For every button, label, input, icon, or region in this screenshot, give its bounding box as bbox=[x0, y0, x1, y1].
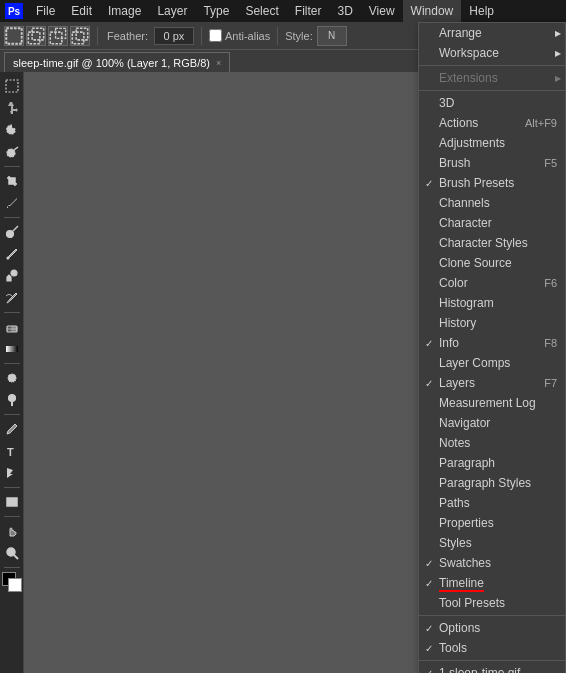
menu-clone-source-label: Clone Source bbox=[439, 256, 512, 270]
options-check: ✓ bbox=[425, 623, 433, 634]
menu-1-sleep-time-label: 1 sleep-time.gif bbox=[439, 666, 520, 673]
menu-navigator[interactable]: Navigator bbox=[419, 413, 565, 433]
menu-arrange-label: Arrange bbox=[439, 26, 482, 40]
layers-check: ✓ bbox=[425, 378, 433, 389]
menu-swatches-label: Swatches bbox=[439, 556, 491, 570]
menu-character-styles-label: Character Styles bbox=[439, 236, 528, 250]
tools-check: ✓ bbox=[425, 643, 433, 654]
timeline-check: ✓ bbox=[425, 578, 433, 589]
menu-layers-shortcut: F7 bbox=[544, 377, 557, 389]
menu-character-label: Character bbox=[439, 216, 492, 230]
menu-sep-1 bbox=[419, 65, 565, 66]
menu-histogram-label: Histogram bbox=[439, 296, 494, 310]
menu-options[interactable]: ✓ Options bbox=[419, 618, 565, 638]
menu-paragraph[interactable]: Paragraph bbox=[419, 453, 565, 473]
menu-brush-presets[interactable]: ✓ Brush Presets bbox=[419, 173, 565, 193]
menu-brush-presets-label: Brush Presets bbox=[439, 176, 514, 190]
menu-adjustments-label: Adjustments bbox=[439, 136, 505, 150]
menu-brush[interactable]: Brush F5 bbox=[419, 153, 565, 173]
swatches-check: ✓ bbox=[425, 558, 433, 569]
menu-actions-label: Actions bbox=[439, 116, 478, 130]
menu-info[interactable]: ✓ Info F8 bbox=[419, 333, 565, 353]
menu-tool-presets-label: Tool Presets bbox=[439, 596, 505, 610]
menu-info-label: Info bbox=[439, 336, 459, 350]
menu-layers-label: Layers bbox=[439, 376, 475, 390]
menu-notes-label: Notes bbox=[439, 436, 470, 450]
menu-clone-source[interactable]: Clone Source bbox=[419, 253, 565, 273]
info-check: ✓ bbox=[425, 338, 433, 349]
menu-workspace[interactable]: Workspace bbox=[419, 43, 565, 63]
menu-overlay[interactable]: Arrange Workspace Extensions 3D Actions … bbox=[0, 0, 566, 673]
menu-tools-label: Tools bbox=[439, 641, 467, 655]
menu-extensions[interactable]: Extensions bbox=[419, 68, 565, 88]
window-dropdown-menu: Arrange Workspace Extensions 3D Actions … bbox=[418, 22, 566, 673]
menu-actions[interactable]: Actions Alt+F9 bbox=[419, 113, 565, 133]
menu-properties-label: Properties bbox=[439, 516, 494, 530]
menu-color-label: Color bbox=[439, 276, 468, 290]
menu-paragraph-styles[interactable]: Paragraph Styles bbox=[419, 473, 565, 493]
menu-color-shortcut: F6 bbox=[544, 277, 557, 289]
menu-layer-comps[interactable]: Layer Comps bbox=[419, 353, 565, 373]
menu-history[interactable]: History bbox=[419, 313, 565, 333]
menu-character-styles[interactable]: Character Styles bbox=[419, 233, 565, 253]
menu-channels-label: Channels bbox=[439, 196, 490, 210]
menu-3d[interactable]: 3D bbox=[419, 93, 565, 113]
menu-character[interactable]: Character bbox=[419, 213, 565, 233]
menu-paths[interactable]: Paths bbox=[419, 493, 565, 513]
menu-tools[interactable]: ✓ Tools bbox=[419, 638, 565, 658]
menu-histogram[interactable]: Histogram bbox=[419, 293, 565, 313]
menu-paragraph-styles-label: Paragraph Styles bbox=[439, 476, 531, 490]
menu-brush-shortcut: F5 bbox=[544, 157, 557, 169]
menu-tool-presets[interactable]: Tool Presets bbox=[419, 593, 565, 613]
menu-arrange[interactable]: Arrange bbox=[419, 23, 565, 43]
menu-options-label: Options bbox=[439, 621, 480, 635]
menu-measurement-log-label: Measurement Log bbox=[439, 396, 536, 410]
menu-3d-label: 3D bbox=[439, 96, 454, 110]
menu-layer-comps-label: Layer Comps bbox=[439, 356, 510, 370]
menu-sep-3 bbox=[419, 615, 565, 616]
menu-swatches[interactable]: ✓ Swatches bbox=[419, 553, 565, 573]
menu-timeline-label: Timeline bbox=[439, 576, 484, 590]
menu-channels[interactable]: Channels bbox=[419, 193, 565, 213]
menu-paths-label: Paths bbox=[439, 496, 470, 510]
menu-workspace-label: Workspace bbox=[439, 46, 499, 60]
sleep-time-check: ✓ bbox=[425, 668, 433, 674]
menu-styles[interactable]: Styles bbox=[419, 533, 565, 553]
brush-presets-check: ✓ bbox=[425, 178, 433, 189]
menu-history-label: History bbox=[439, 316, 476, 330]
menu-paragraph-label: Paragraph bbox=[439, 456, 495, 470]
menu-measurement-log[interactable]: Measurement Log bbox=[419, 393, 565, 413]
menu-styles-label: Styles bbox=[439, 536, 472, 550]
menu-actions-shortcut: Alt+F9 bbox=[525, 117, 557, 129]
menu-extensions-label: Extensions bbox=[439, 71, 498, 85]
menu-adjustments[interactable]: Adjustments bbox=[419, 133, 565, 153]
menu-1-sleep-time[interactable]: ✓ 1 sleep-time.gif bbox=[419, 663, 565, 673]
menu-timeline[interactable]: ✓ Timeline bbox=[419, 573, 565, 593]
menu-info-shortcut: F8 bbox=[544, 337, 557, 349]
menu-sep-2 bbox=[419, 90, 565, 91]
menu-sep-4 bbox=[419, 660, 565, 661]
menu-navigator-label: Navigator bbox=[439, 416, 490, 430]
menu-notes[interactable]: Notes bbox=[419, 433, 565, 453]
menu-brush-label: Brush bbox=[439, 156, 470, 170]
menu-layers[interactable]: ✓ Layers F7 bbox=[419, 373, 565, 393]
menu-color[interactable]: Color F6 bbox=[419, 273, 565, 293]
menu-properties[interactable]: Properties bbox=[419, 513, 565, 533]
